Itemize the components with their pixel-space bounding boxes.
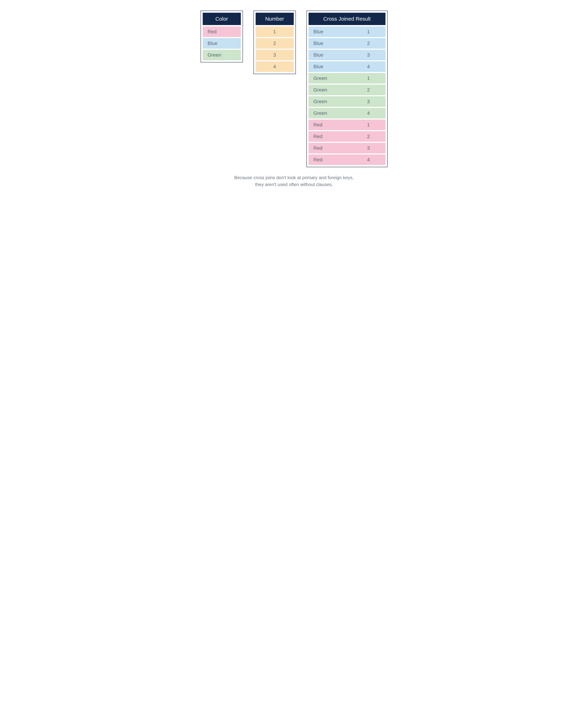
number-table-row: 1 — [256, 26, 294, 37]
result-color-cell: Blue — [309, 26, 352, 37]
result-color-cell: Green — [309, 108, 352, 119]
number-table-header: Number — [256, 13, 294, 25]
result-table-row: Blue3 — [309, 50, 385, 60]
result-number-cell: 4 — [352, 61, 385, 72]
color-cell: Green — [203, 50, 241, 60]
result-color-cell: Green — [309, 85, 352, 95]
result-number-cell: 3 — [352, 143, 385, 154]
result-number-cell: 3 — [352, 50, 385, 60]
caption-line-1: Because cross joins don't look at primar… — [234, 175, 354, 180]
number-cell: 3 — [256, 50, 294, 60]
number-cell: 2 — [256, 38, 294, 49]
result-table-row: Green4 — [309, 108, 385, 119]
color-table-row: Blue — [203, 38, 241, 49]
result-color-cell: Red — [309, 131, 352, 142]
color-cell: Blue — [203, 38, 241, 49]
number-cell: 1 — [256, 26, 294, 37]
result-color-cell: Red — [309, 143, 352, 154]
result-table-header: Cross Joined Result — [309, 13, 385, 25]
result-number-cell: 2 — [352, 131, 385, 142]
result-table: Cross Joined Result Blue1Blue2Blue3Blue4… — [307, 11, 388, 167]
result-table-row: Red2 — [309, 131, 385, 142]
result-number-cell: 2 — [352, 85, 385, 95]
result-table-row: Green3 — [309, 96, 385, 107]
result-number-cell: 1 — [352, 120, 385, 130]
result-color-cell: Blue — [309, 61, 352, 72]
number-table-row: 2 — [256, 38, 294, 49]
result-table-row: Red3 — [309, 143, 385, 154]
result-color-cell: Green — [309, 73, 352, 83]
result-table-row: Blue4 — [309, 61, 385, 72]
number-cell: 4 — [256, 61, 294, 72]
color-table-row: Red — [203, 26, 241, 37]
caption-text: Because cross joins don't look at primar… — [215, 174, 374, 188]
result-color-cell: Blue — [309, 50, 352, 60]
result-table-row: Blue1 — [309, 26, 385, 37]
tables-container: Color RedBlueGreen Number 1234 Cross Joi… — [7, 11, 581, 167]
number-table: Number 1234 — [253, 11, 296, 74]
result-color-cell: Red — [309, 120, 352, 130]
result-color-cell: Red — [309, 155, 352, 165]
result-color-cell: Green — [309, 96, 352, 107]
result-number-cell: 3 — [352, 96, 385, 107]
result-table-row: Green1 — [309, 73, 385, 83]
color-table-row: Green — [203, 50, 241, 60]
result-table-row: Blue2 — [309, 38, 385, 49]
result-number-cell: 4 — [352, 155, 385, 165]
result-table-row: Green2 — [309, 85, 385, 95]
result-number-cell: 1 — [352, 26, 385, 37]
caption-line-2: they aren't used often without clauses. — [255, 182, 333, 187]
result-number-cell: 1 — [352, 73, 385, 83]
result-color-cell: Blue — [309, 38, 352, 49]
color-cell: Red — [203, 26, 241, 37]
result-number-cell: 4 — [352, 108, 385, 119]
number-table-row: 4 — [256, 61, 294, 72]
number-table-row: 3 — [256, 50, 294, 60]
color-table: Color RedBlueGreen — [201, 11, 243, 62]
color-table-header: Color — [203, 13, 241, 25]
result-number-cell: 2 — [352, 38, 385, 49]
result-table-row: Red1 — [309, 120, 385, 130]
result-table-row: Red4 — [309, 155, 385, 165]
